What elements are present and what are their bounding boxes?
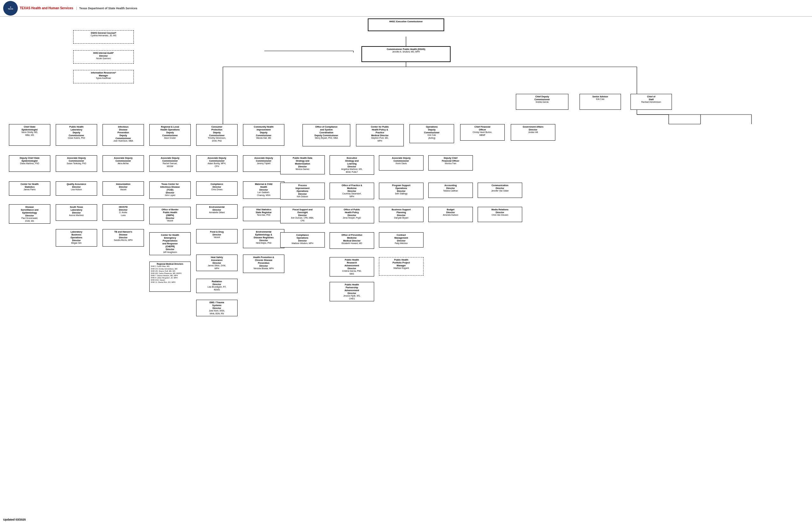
box-chief-deputy: Chief DeputyCommissioner Imelda Garcia <box>516 94 568 110</box>
box-s-texas-lab: South TexasLaboratoryDirector Aurora Mar… <box>56 204 97 221</box>
box-tb-hansens: TB and Hansen'sDiseaseDirector Sandra Mo… <box>103 229 144 246</box>
box-chief-of-staff: Chief ofStaff Rachael Hendrickson <box>630 94 672 110</box>
box-border-pub-health: Office of BorderPublic Health(OBPH)Direc… <box>149 207 191 224</box>
box-internal-audit: HHS Internal Audit*Director Nicole Guerr… <box>73 50 134 64</box>
box-office-practice: Office of Practice &MedicineDirector Cou… <box>330 183 374 199</box>
box-general-counsel: DSHS General Counsel* Cynthia Hernandez,… <box>73 30 134 44</box>
box-media-relations: Media RelationsDirector Chris Van Deusen <box>478 207 522 222</box>
box-assoc-deputy-chi: Associate DeputyCommissioner Jeremy Trip… <box>243 155 284 172</box>
dept-name: Texas Department of State Health Service… <box>79 7 137 10</box>
box-tcid: Texas Center forInfectious Disease(TCID)… <box>149 181 191 199</box>
box-ctr-pub-health: Center for PublicHealth Policy &Practice… <box>356 124 404 146</box>
box-compliance-dir: ComplianceDirector Chris Drews <box>196 181 237 196</box>
box-fiscal-support: Fiscal Support andOversightDirector Ann … <box>280 207 325 223</box>
box-assoc-deputy-ops: Associate DeputyCommissioner Kevin Davis <box>379 155 423 170</box>
box-contract-mgmt: ContractManagementDirector Patty Melchio… <box>379 232 423 247</box>
header: ★TEXAS TEXAS Health and Human Services T… <box>0 0 812 17</box>
box-maternal-child: Maternal & ChildHealthDirector Lori Gabb… <box>243 181 284 199</box>
box-operations-deputy: OperationsDeputyCommissioner Kirk Cole(A… <box>409 124 454 143</box>
box-accounting: AccountingDirector Tatiana Callihan <box>428 183 473 198</box>
box-exec-strategy: ExecutiveStrategy andLearningDirector An… <box>330 155 374 175</box>
box-office-preventive: Office of PreventiveMedicineMedical Dire… <box>330 232 374 249</box>
box-pub-health-portfolio: Public HealthPortfolio ProjectManager Ma… <box>379 257 423 275</box>
box-health-promotion: Health Promotion &Chronic DiseasePrevent… <box>243 255 284 273</box>
box-community-health: Community HealthImprovementDeputyCommiss… <box>243 124 284 146</box>
box-quality-assurance: Quality AssuranceDirector Lisa Hutson <box>56 181 97 196</box>
box-assoc-deputy-lab: Associate DeputyCommissioner Susan Tanks… <box>56 155 97 172</box>
box-chief-epi: Chief StateEpidemiologist Varun Shetty, … <box>9 124 50 146</box>
box-vital-stats: Vital StatisticsState Registrar Tara Das… <box>243 207 284 221</box>
box-consumer-protection: ConsumerProtectionDeputyCommissioner Tim… <box>196 124 237 146</box>
box-pub-health-data: Public Health DataStrategy andModernizat… <box>280 155 325 174</box>
box-regional-med: Regional Medical Directors RHR 1: Suad H… <box>149 261 191 292</box>
updated-text: Updated 03/2025 <box>3 518 26 522</box>
box-ems-trauma: EMS / TraumaSystemsDirector Jorie Klein,… <box>196 300 237 316</box>
box-infectious-disease: InfectiousDiseasePreventionDeputyCommiss… <box>103 124 144 146</box>
box-pub-health-research: Public HealthResearchAdvancementDirector… <box>330 257 374 276</box>
box-assoc-deputy-rl: Associate DeputyCommissioner Rachel Samu… <box>149 155 191 172</box>
box-environmental-dir: EnvironmentalDirector Annabelle Dillard <box>196 204 237 219</box>
box-hiv-std: HIV/STDDirector D. AndreLuna <box>103 204 144 221</box>
box-govt-affairs: Government AffairsDirector Jordan Hill <box>511 124 555 141</box>
box-info-resources: Information Resources*Manager Sylvia Kau… <box>73 70 134 84</box>
box-pub-health-policy: Office of PublicHealth PolicyDirector Ze… <box>330 207 374 223</box>
box-prog-support-ops: Program SupportOperationsDirector Seth S… <box>379 183 423 199</box>
box-biz-support: Business SupportPlanningDirector Danyale… <box>379 207 423 222</box>
box-radiation: RadiationDirector Lisa Bruedigam, RT,RDM… <box>196 279 237 293</box>
box-hhsc: HHSC Executive Commissioner <box>368 18 444 31</box>
box-budget: BudgetDirector Amanda Hudson <box>428 207 473 222</box>
logo: ★TEXAS <box>3 1 18 16</box>
box-health-stats: Center for HealthStatistics James Farris <box>9 181 50 196</box>
box-assoc-deputy-cp: Associate DeputyCommissioner Adam Buckly… <box>196 155 237 172</box>
box-food-drug: Food & DrugDirector Vacant <box>196 229 237 243</box>
box-deputy-epi: Deputy Chief StateEpidemiologist Diana M… <box>9 155 50 172</box>
org-name: TEXAS Health and Human Services <box>20 6 73 10</box>
box-chief-financial: Chief FinancialOfficer Christy Havel Bur… <box>460 124 505 141</box>
box-pub-health-partnership: Public HealthPartnershipAdvancementDirec… <box>330 282 374 301</box>
box-deputy-cfo: Deputy ChiefFinancial Officer Monica Tra… <box>428 155 473 170</box>
box-process-improvement: ProcessImprovementOperationsDirector Kir… <box>280 183 325 199</box>
box-regional-local: Regional & LocalHealth OperationsDeputyC… <box>149 124 191 146</box>
box-assoc-deputy-id: Associate DeputyCommissioner Akira Akhta… <box>103 155 144 172</box>
box-lab-biz-ops: LaboratoryBusinessOperationsDirector Meg… <box>56 229 97 246</box>
box-comm-dir: CommunicationDirector Jennifer Van Gilde… <box>478 183 522 198</box>
box-pub-health-lab: Public HealthLaboratoryDeputyCommissione… <box>56 124 97 146</box>
box-heat-safety: Heat SafetyAssuranceDirector James Dillo… <box>196 255 237 271</box>
box-chepr: Center for HealthEmergencyPreparednessan… <box>149 232 191 255</box>
box-commissioner: Commissioner Public Health (DSHS) Jennif… <box>361 46 451 62</box>
box-office-compliance: Office of Complianceand SystemCoordinati… <box>303 124 350 146</box>
box-env-epi: EnvironmentalEpidemiology &Disease Regis… <box>243 229 284 248</box>
box-compliance-ops: ComplianceOperationsDirector Madison Wis… <box>280 232 325 247</box>
box-senior-advisor: Senior Advisor Kirk Cole <box>580 94 621 110</box>
box-disease-surv: DiseaseSurveillance andEpidemiologyDirec… <box>9 204 50 224</box>
box-immunization: ImmunizationDirector Vacant <box>103 181 144 196</box>
org-chart: ★TEXAS TEXAS Health and Human Services T… <box>0 0 812 525</box>
